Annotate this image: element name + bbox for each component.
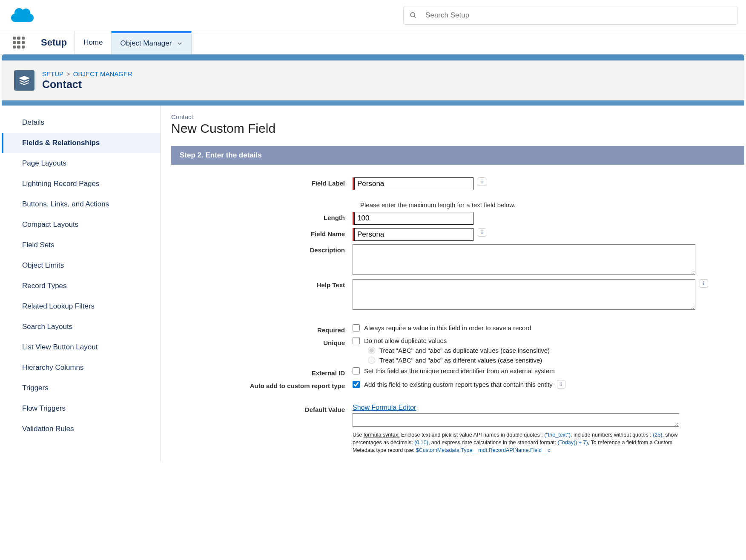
global-search[interactable]: [403, 6, 737, 25]
checkbox-required-label: Always require a value in this field in …: [364, 324, 531, 331]
tab-object-manager[interactable]: Object Manager: [111, 31, 192, 54]
label-external-id: External ID: [178, 367, 353, 377]
sidebar-item-object-limits[interactable]: Object Limits: [2, 255, 161, 276]
svg-line-1: [414, 16, 416, 18]
breadcrumb: SETUP > OBJECT MANAGER: [42, 70, 132, 77]
input-length[interactable]: [354, 212, 473, 225]
sidebar-item-validation-rules[interactable]: Validation Rules: [2, 419, 161, 439]
app-launcher-icon[interactable]: [13, 37, 25, 49]
checkbox-unique-label: Do not allow duplicate values: [364, 337, 447, 344]
checkbox-auto-report-label: Add this field to existing custom report…: [364, 381, 553, 388]
label-description: Description: [178, 244, 353, 254]
global-header: [0, 0, 746, 31]
radio-case-insensitive[interactable]: [368, 347, 375, 354]
sidebar-item-lightning-record-pages[interactable]: Lightning Record Pages: [2, 174, 161, 194]
checkbox-auto-report[interactable]: [353, 381, 360, 388]
input-field-label[interactable]: [354, 177, 473, 190]
info-icon[interactable]: i: [478, 228, 486, 237]
input-field-name[interactable]: [354, 228, 473, 241]
textarea-help-text[interactable]: [353, 279, 695, 310]
page-title: Contact: [42, 78, 132, 91]
object-name: Contact: [171, 113, 744, 120]
sidebar-item-triggers[interactable]: Triggers: [2, 378, 161, 398]
search-icon: [410, 11, 417, 19]
sidebar: Details Fields & Relationships Page Layo…: [2, 106, 161, 462]
checkbox-external-id[interactable]: [353, 367, 360, 374]
info-icon[interactable]: i: [557, 380, 565, 389]
info-icon[interactable]: i: [478, 177, 486, 186]
link-show-formula-editor[interactable]: Show Formula Editor: [353, 404, 416, 411]
length-hint: Please enter the maximum length for a te…: [360, 201, 737, 209]
content-area: Contact New Custom Field Step 2. Enter t…: [161, 106, 744, 462]
tab-object-manager-label: Object Manager: [120, 39, 172, 48]
chevron-down-icon: [177, 40, 183, 46]
sidebar-item-hierarchy-columns[interactable]: Hierarchy Columns: [2, 357, 161, 378]
label-unique: Unique: [178, 337, 353, 346]
label-auto-report: Auto add to custom report type: [178, 380, 353, 389]
decorative-band-top: [2, 54, 744, 60]
sidebar-item-fields-relationships[interactable]: Fields & Relationships: [2, 133, 161, 153]
label-field-label: Field Label: [178, 177, 353, 187]
formula-syntax-help: Use formula syntax: Enclose text and pic…: [353, 431, 680, 454]
label-help-text: Help Text: [178, 279, 353, 289]
app-name: Setup: [33, 31, 75, 54]
sidebar-item-flow-triggers[interactable]: Flow Triggers: [2, 398, 161, 419]
checkbox-external-id-label: Set this field as the unique record iden…: [364, 367, 555, 374]
content-title: New Custom Field: [171, 121, 744, 136]
breadcrumb-object-manager[interactable]: OBJECT MANAGER: [73, 70, 132, 77]
textarea-description[interactable]: [353, 244, 695, 275]
checkbox-required[interactable]: [353, 324, 360, 331]
label-required: Required: [178, 324, 353, 334]
radio-case-sensitive[interactable]: [368, 357, 375, 364]
sidebar-item-search-layouts[interactable]: Search Layouts: [2, 317, 161, 337]
checkbox-unique[interactable]: [353, 337, 360, 344]
textarea-default-value[interactable]: [353, 413, 679, 427]
nav-bar: Setup Home Object Manager: [0, 31, 746, 54]
sidebar-item-record-types[interactable]: Record Types: [2, 276, 161, 296]
sidebar-item-related-lookup-filters[interactable]: Related Lookup Filters: [2, 296, 161, 317]
label-default-value: Default Value: [178, 404, 353, 413]
tab-home[interactable]: Home: [75, 31, 111, 54]
sidebar-item-buttons-links-actions[interactable]: Buttons, Links, and Actions: [2, 194, 161, 214]
sidebar-item-field-sets[interactable]: Field Sets: [2, 235, 161, 255]
sidebar-item-list-view-button-layout[interactable]: List View Button Layout: [2, 337, 161, 357]
breadcrumb-setup[interactable]: SETUP: [42, 70, 63, 77]
step-header: Step 2. Enter the details: [171, 146, 744, 165]
radio-case-sensitive-label: Treat "ABC" and "abc" as different value…: [379, 357, 542, 364]
decorative-band-bottom: [2, 100, 744, 106]
page-header: SETUP > OBJECT MANAGER Contact: [2, 60, 744, 100]
label-length: Length: [178, 212, 353, 221]
radio-case-insensitive-label: Treat "ABC" and "abc" as duplicate value…: [379, 347, 550, 354]
label-field-name: Field Name: [178, 228, 353, 237]
sidebar-item-details[interactable]: Details: [2, 112, 161, 133]
svg-point-0: [410, 13, 415, 17]
info-icon[interactable]: i: [700, 279, 708, 288]
salesforce-logo: [9, 6, 36, 25]
search-input[interactable]: [425, 11, 731, 20]
object-icon: [14, 70, 34, 91]
sidebar-item-compact-layouts[interactable]: Compact Layouts: [2, 214, 161, 235]
sidebar-item-page-layouts[interactable]: Page Layouts: [2, 153, 161, 174]
